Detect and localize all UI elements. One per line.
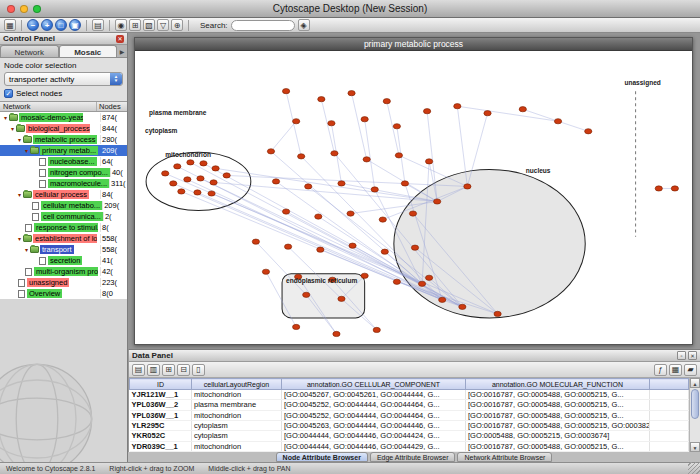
- network-node[interactable]: [170, 181, 177, 186]
- open-attribute-file-icon[interactable]: ▰: [684, 364, 697, 376]
- tree-row[interactable]: ▾metabolic process280(: [0, 134, 127, 145]
- network-node[interactable]: [554, 119, 561, 124]
- expand-arrow-icon[interactable]: ▾: [16, 136, 23, 143]
- tree-row[interactable]: response to stimul...8(: [0, 222, 127, 233]
- network-node[interactable]: [383, 99, 390, 104]
- network-node[interactable]: [373, 327, 380, 332]
- table-cell[interactable]: [GO:0045263, GO:0044444, GO:0044446, G..…: [282, 420, 466, 430]
- table-row[interactable]: YJR121W__1mitochondrion[GO:0045267, GO:0…: [130, 390, 689, 400]
- network-node[interactable]: [459, 304, 466, 309]
- table-cell[interactable]: [GO:0016787, GO:0005488, GO:0005215, G..…: [466, 441, 650, 451]
- network-canvas[interactable]: plasma membranecytoplasmmitochondrionnuc…: [135, 51, 692, 344]
- table-row[interactable]: YPL036W__1mitochondrion[GO:0045252, GO:0…: [130, 410, 689, 420]
- search-input[interactable]: [231, 20, 295, 31]
- tab-network[interactable]: Network: [0, 45, 59, 57]
- node-color-attribute-select[interactable]: transporter activity ▲ ▼: [4, 72, 123, 86]
- network-node[interactable]: [379, 217, 386, 222]
- import-attributes-icon[interactable]: ▦: [669, 364, 682, 376]
- network-node[interactable]: [371, 187, 378, 192]
- network-node[interactable]: [293, 119, 300, 124]
- table-cell[interactable]: [GO:0016787, GO:0005488, GO:0005215, G..…: [466, 400, 650, 410]
- tree-row[interactable]: macromolecule...311(: [0, 178, 127, 189]
- table-cell[interactable]: [GO:0016787, GO:0005488, GO:0005215, GO:…: [466, 420, 650, 430]
- table-cell[interactable]: [GO:0045267, GO:0045261, GO:0044444, G..…: [282, 390, 466, 400]
- network-node[interactable]: [187, 160, 194, 165]
- network-node[interactable]: [262, 269, 269, 274]
- resize-grip[interactable]: [688, 462, 700, 474]
- network-node[interactable]: [411, 245, 418, 250]
- table-cell[interactable]: mitochondrion: [192, 441, 282, 451]
- table-cell[interactable]: YKR052C: [130, 431, 192, 441]
- table-row[interactable]: YLR295Ccytoplasm[GO:0045263, GO:0044444,…: [130, 420, 689, 430]
- network-node[interactable]: [519, 107, 526, 112]
- network-node[interactable]: [178, 189, 185, 194]
- destroy-network-icon[interactable]: ▦: [4, 19, 16, 31]
- network-node[interactable]: [200, 161, 207, 166]
- expand-arrow-icon[interactable]: ▾: [23, 147, 30, 154]
- network-node[interactable]: [212, 166, 219, 171]
- column-header[interactable]: cellularLayoutRegion: [192, 379, 282, 390]
- table-cell[interactable]: YDR039C__1: [130, 441, 192, 451]
- table-cell[interactable]: [GO:0016787, GO:0005488, GO:0005215, G..…: [466, 410, 650, 420]
- tab-mosaic[interactable]: Mosaic: [59, 45, 118, 57]
- select-nodes-checkbox[interactable]: ✓: [4, 89, 13, 98]
- network-edge[interactable]: [203, 163, 422, 283]
- network-node[interactable]: [174, 164, 181, 169]
- tree-row[interactable]: ▾cellular process84(: [0, 189, 127, 200]
- table-cell[interactable]: [GO:0005488, GO:0005215, GO:0003674]: [466, 431, 650, 441]
- close-window-button[interactable]: [7, 5, 15, 13]
- network-node[interactable]: [363, 157, 370, 162]
- network-node[interactable]: [293, 324, 300, 329]
- column-header[interactable]: annotation.GO CELLULAR_COMPONENT: [282, 379, 466, 390]
- expand-arrow-icon[interactable]: ▾: [16, 235, 23, 242]
- column-header[interactable]: ID: [130, 379, 192, 390]
- network-node[interactable]: [409, 211, 416, 216]
- network-node[interactable]: [361, 117, 368, 122]
- minimize-window-button[interactable]: [20, 5, 28, 13]
- network-node[interactable]: [454, 104, 461, 109]
- network-node[interactable]: [393, 124, 400, 129]
- table-cell[interactable]: mitochondrion: [192, 390, 282, 400]
- zoom-in-icon[interactable]: +: [41, 19, 53, 31]
- network-edge[interactable]: [227, 175, 468, 186]
- scrollbar-thumb[interactable]: [691, 389, 699, 419]
- table-cell[interactable]: plasma membrane: [192, 400, 282, 410]
- table-row[interactable]: YKR052Ccytoplasm[GO:0044444, GO:0044446,…: [130, 431, 689, 441]
- network-node[interactable]: [338, 296, 345, 301]
- filters-icon[interactable]: ▽: [157, 19, 169, 31]
- delete-attribute-icon[interactable]: ⊟: [177, 364, 190, 376]
- network-edge[interactable]: [523, 109, 558, 121]
- network-node[interactable]: [348, 91, 355, 96]
- network-node[interactable]: [315, 214, 322, 219]
- network-node[interactable]: [272, 179, 279, 184]
- network-node[interactable]: [585, 129, 592, 134]
- network-node[interactable]: [347, 211, 354, 216]
- table-cell[interactable]: cytoplasm: [192, 420, 282, 430]
- table-row[interactable]: YDR039C__1mitochondrion[GO:0044444, GO:0…: [130, 441, 689, 451]
- advanced-search-icon[interactable]: ◈: [298, 19, 310, 31]
- network-node[interactable]: [333, 331, 340, 336]
- network-node[interactable]: [464, 184, 471, 189]
- tree-row[interactable]: secretion41(: [0, 255, 127, 266]
- table-cell[interactable]: mitochondrion: [192, 410, 282, 420]
- network-node[interactable]: [434, 199, 441, 204]
- network-node[interactable]: [331, 151, 338, 156]
- table-cell[interactable]: [GO:0044444, GO:0044446, GO:0044429, G..…: [282, 441, 466, 451]
- select-attributes-icon[interactable]: ▤: [132, 364, 145, 376]
- network-node[interactable]: [328, 121, 335, 126]
- zoom-window-button[interactable]: [33, 5, 41, 13]
- table-scrollbar[interactable]: ▲ ▼: [689, 378, 700, 452]
- expand-arrow-icon[interactable]: ▾: [9, 125, 16, 132]
- network-node[interactable]: [317, 247, 324, 252]
- close-panel-icon[interactable]: ✕: [116, 35, 124, 43]
- network-node[interactable]: [361, 273, 368, 278]
- network-node[interactable]: [303, 292, 310, 297]
- network-node[interactable]: [338, 181, 345, 186]
- table-cell[interactable]: YJR121W__1: [130, 390, 192, 400]
- tree-row[interactable]: ▾establishment of lo...558(: [0, 233, 127, 244]
- tree-column-network[interactable]: Network: [0, 102, 97, 111]
- column-header[interactable]: annotation.GO MOLECULAR_FUNCTION: [466, 379, 650, 390]
- show-graphics-details-icon[interactable]: ▤: [92, 19, 104, 31]
- select-first-neighbors-icon[interactable]: ◉: [115, 19, 127, 31]
- expand-arrow-icon[interactable]: ▾: [2, 114, 9, 121]
